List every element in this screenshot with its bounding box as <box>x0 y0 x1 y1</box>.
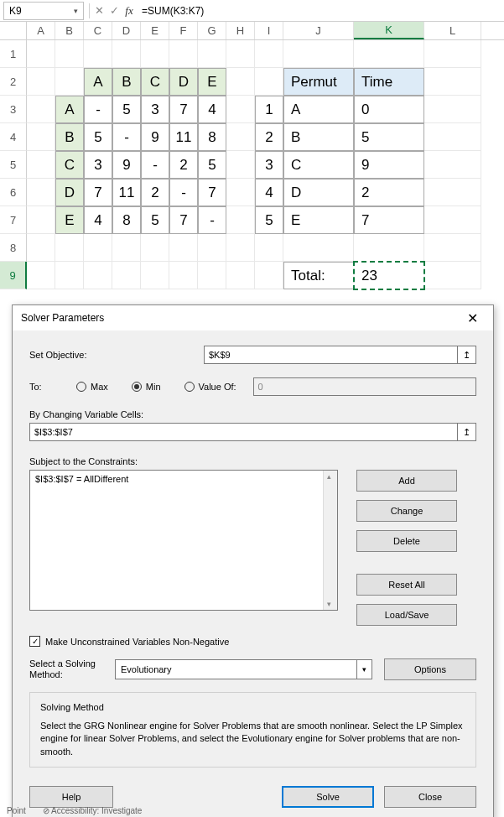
cell[interactable] <box>84 40 112 68</box>
cell[interactable] <box>424 96 481 123</box>
row-header[interactable]: 6 <box>0 179 27 206</box>
cell[interactable]: C <box>55 151 84 179</box>
cell[interactable] <box>354 40 424 68</box>
set-objective-input[interactable]: $K$9 <box>204 346 458 364</box>
cell[interactable] <box>112 262 141 289</box>
cell[interactable] <box>424 206 481 234</box>
cell[interactable] <box>424 262 481 289</box>
column-header[interactable]: L <box>424 22 481 39</box>
cell[interactable] <box>424 234 481 262</box>
range-picker-icon[interactable]: ↥ <box>458 423 476 441</box>
changing-cells-input[interactable]: $I$3:$I$7 <box>29 423 458 441</box>
cell[interactable] <box>169 262 198 289</box>
cell[interactable]: A <box>84 68 112 96</box>
cell[interactable] <box>141 234 169 262</box>
column-header[interactable]: J <box>283 22 354 39</box>
cell[interactable]: D <box>283 179 354 206</box>
cell[interactable]: 9 <box>141 123 169 151</box>
cell[interactable] <box>27 123 55 151</box>
solving-method-select[interactable]: Evolutionary ▾ <box>115 659 372 679</box>
cell[interactable] <box>27 206 55 234</box>
cell[interactable]: 5 <box>141 206 169 234</box>
cell[interactable]: Time <box>354 68 424 96</box>
cell[interactable] <box>226 151 255 179</box>
cell[interactable] <box>226 40 255 68</box>
fx-icon[interactable]: fx <box>122 4 137 18</box>
column-header[interactable]: B <box>55 22 84 39</box>
cell[interactable] <box>27 234 55 262</box>
cell[interactable]: 4 <box>255 179 283 206</box>
row-header[interactable]: 4 <box>0 123 27 151</box>
row-header[interactable]: 8 <box>0 234 27 262</box>
cell[interactable]: B <box>112 68 141 96</box>
active-cell[interactable]: 23 <box>353 261 425 290</box>
cell[interactable] <box>283 40 354 68</box>
name-box[interactable]: K9 ▾ <box>3 2 84 20</box>
cell[interactable] <box>255 262 283 289</box>
cell[interactable] <box>424 179 481 206</box>
cell[interactable]: 3 <box>141 96 169 123</box>
cell[interactable] <box>226 68 255 96</box>
cell[interactable] <box>141 40 169 68</box>
scrollbar[interactable] <box>323 471 337 610</box>
cell[interactable]: Permut <box>283 68 354 96</box>
cell[interactable]: 7 <box>198 179 226 206</box>
cell[interactable] <box>27 68 55 96</box>
row-header[interactable]: 9 <box>0 262 27 289</box>
delete-button[interactable]: Delete <box>356 530 457 552</box>
cell[interactable]: 7 <box>84 179 112 206</box>
cell[interactable]: 7 <box>169 96 198 123</box>
cell[interactable] <box>424 68 481 96</box>
cell[interactable]: E <box>198 68 226 96</box>
radio-min[interactable]: Min <box>132 382 161 392</box>
cell[interactable]: 4 <box>84 206 112 234</box>
column-header[interactable]: K <box>354 22 424 39</box>
cell[interactable] <box>255 68 283 96</box>
cell[interactable] <box>198 40 226 68</box>
cell[interactable] <box>424 123 481 151</box>
cell[interactable] <box>354 234 424 262</box>
cell[interactable]: 5 <box>354 123 424 151</box>
cell[interactable] <box>27 179 55 206</box>
cancel-icon[interactable]: ✕ <box>91 4 107 17</box>
cell[interactable] <box>55 234 84 262</box>
chevron-down-icon[interactable]: ▾ <box>74 7 78 15</box>
cell[interactable]: 11 <box>169 123 198 151</box>
column-header[interactable]: G <box>198 22 226 39</box>
select-all-corner[interactable] <box>0 22 27 39</box>
cell[interactable] <box>424 40 481 68</box>
cell[interactable]: - <box>198 206 226 234</box>
row-header[interactable]: 1 <box>0 40 27 68</box>
cell[interactable]: Total: <box>283 262 354 289</box>
column-header[interactable]: A <box>27 22 55 39</box>
cell[interactable]: 2 <box>354 179 424 206</box>
cell[interactable]: 3 <box>84 151 112 179</box>
cell[interactable] <box>198 262 226 289</box>
cell[interactable] <box>112 40 141 68</box>
cell[interactable]: 8 <box>112 206 141 234</box>
cell[interactable] <box>198 234 226 262</box>
cell[interactable]: 9 <box>112 151 141 179</box>
cell[interactable] <box>424 151 481 179</box>
range-picker-icon[interactable]: ↥ <box>458 346 476 364</box>
chevron-down-icon[interactable]: ▾ <box>356 660 372 679</box>
cell[interactable]: 5 <box>84 123 112 151</box>
cell[interactable]: C <box>141 68 169 96</box>
spreadsheet-grid[interactable]: 12ABCDEPermutTime3A-53741A04B5-91182B55C… <box>0 40 504 289</box>
cell[interactable] <box>226 96 255 123</box>
cell[interactable]: 3 <box>255 151 283 179</box>
enter-icon[interactable]: ✓ <box>107 4 122 17</box>
make-unconstrained-checkbox[interactable]: ✓ <box>29 636 40 647</box>
cell[interactable] <box>226 234 255 262</box>
cell[interactable] <box>27 262 55 289</box>
cell[interactable]: - <box>84 96 112 123</box>
cell[interactable]: - <box>112 123 141 151</box>
cell[interactable]: D <box>55 179 84 206</box>
load-save-button[interactable]: Load/Save <box>356 604 457 626</box>
cell[interactable] <box>226 206 255 234</box>
cell[interactable] <box>169 234 198 262</box>
cell[interactable] <box>55 40 84 68</box>
cell[interactable] <box>112 234 141 262</box>
cell[interactable]: D <box>169 68 198 96</box>
cell[interactable]: 7 <box>169 206 198 234</box>
